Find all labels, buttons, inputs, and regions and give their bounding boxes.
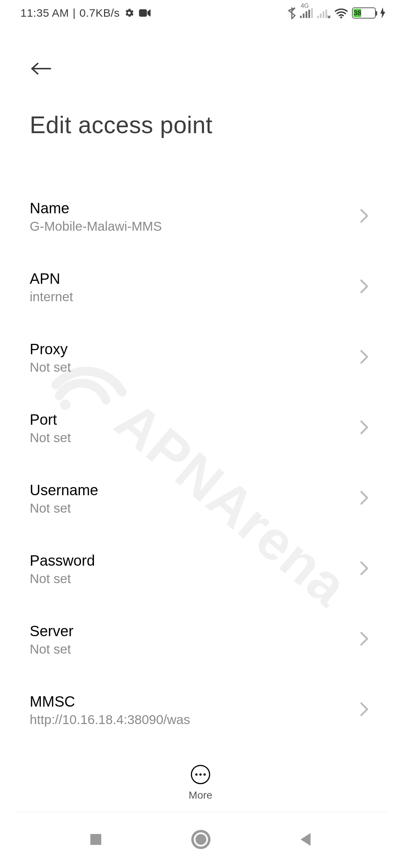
row-mmsc[interactable]: MMSC http://10.16.18.4:38090/was [30,675,371,745]
svg-point-11 [340,16,342,18]
svg-rect-6 [311,8,313,18]
chevron-right-icon [359,490,369,507]
video-icon [138,8,151,18]
svg-rect-10 [326,10,327,18]
status-time: 11:35 AM [20,7,69,19]
row-value: G-Mobile-Malawi-MMS [30,219,162,234]
row-proxy[interactable]: Proxy Not set [30,322,371,393]
chevron-right-icon [359,561,369,577]
apn-settings-list: Name G-Mobile-Malawi-MMS APN internet Pr… [0,181,401,795]
svg-rect-8 [320,14,322,18]
svg-rect-5 [309,10,310,18]
row-label: Port [30,411,71,428]
chevron-right-icon [359,279,369,295]
svg-rect-4 [306,11,307,18]
svg-rect-13 [91,834,101,845]
nav-home-button[interactable] [191,829,211,851]
svg-rect-2 [300,16,302,18]
row-value: Not set [30,642,74,657]
svg-rect-7 [317,16,319,18]
chevron-right-icon [359,349,369,366]
navigation-bar [0,812,401,868]
row-server[interactable]: Server Not set [30,604,371,675]
arrow-left-icon [30,61,53,76]
back-button[interactable] [30,59,56,78]
svg-rect-1 [139,9,147,17]
battery-icon: 38 [352,7,376,19]
row-password[interactable]: Password Not set [30,534,371,604]
row-port[interactable]: Port Not set [30,393,371,463]
svg-point-15 [195,834,206,845]
more-label: More [189,789,212,801]
nav-recent-button[interactable] [88,832,104,849]
page-title: Edit access point [30,111,371,139]
row-username[interactable]: Username Not set [30,463,371,534]
status-bar: 11:35 AM | 0.7KB/s 4G 38 [0,0,401,26]
row-value: Not set [30,501,98,516]
row-label: MMSC [30,693,190,710]
chevron-right-icon [359,208,369,225]
more-icon [191,765,210,784]
row-label: Password [30,552,95,569]
row-apn[interactable]: APN internet [30,252,371,322]
svg-rect-9 [323,11,325,18]
triangle-left-icon [298,832,313,847]
row-label: Name [30,200,162,217]
row-value: internet [30,289,73,304]
signal-4g-icon: 4G [300,8,313,18]
wifi-icon [334,7,348,19]
nav-back-button[interactable] [298,832,313,849]
svg-rect-3 [303,14,305,18]
bluetooth-icon [287,7,296,19]
charging-icon [379,7,386,19]
chevron-right-icon [359,702,369,718]
chevron-right-icon [359,631,369,648]
circle-icon [191,829,211,849]
row-label: Proxy [30,341,71,358]
row-value: Not set [30,571,95,586]
gear-icon [124,7,135,19]
row-label: Username [30,482,98,499]
row-label: APN [30,270,73,287]
battery-level: 38 [353,9,361,17]
status-speed: 0.7KB/s [79,7,120,19]
row-name[interactable]: Name G-Mobile-Malawi-MMS [30,181,371,252]
chevron-right-icon [359,420,369,436]
signal-nosim-icon [317,8,330,18]
row-value: Not set [30,430,71,445]
status-separator: | [73,7,76,19]
row-label: Server [30,623,74,640]
square-icon [88,832,104,847]
row-value: http://10.16.18.4:38090/was [30,712,190,727]
row-value: Not set [30,360,71,375]
more-button[interactable]: More [0,757,401,801]
